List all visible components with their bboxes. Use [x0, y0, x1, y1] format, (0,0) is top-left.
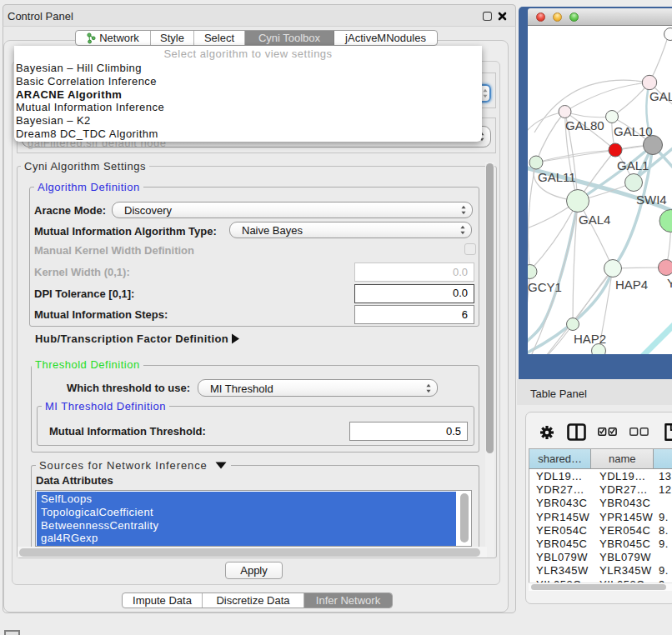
svg-text:SWI4: SWI4 [636, 192, 667, 207]
svg-text:GAL2: GAL2 [649, 89, 672, 103]
svg-text:GAL1: GAL1 [617, 158, 649, 172]
svg-text:GAL80: GAL80 [565, 118, 604, 132]
svg-text:GCY1: GCY1 [528, 280, 562, 294]
svg-text:GAL10: GAL10 [614, 124, 653, 138]
svg-text:YJR048W: YJR048W [667, 276, 672, 290]
svg-text:GAL4: GAL4 [579, 212, 610, 227]
svg-text:HAP2: HAP2 [574, 332, 606, 346]
svg-text:GAL11: GAL11 [538, 170, 576, 184]
svg-text:HAP4: HAP4 [615, 278, 648, 292]
